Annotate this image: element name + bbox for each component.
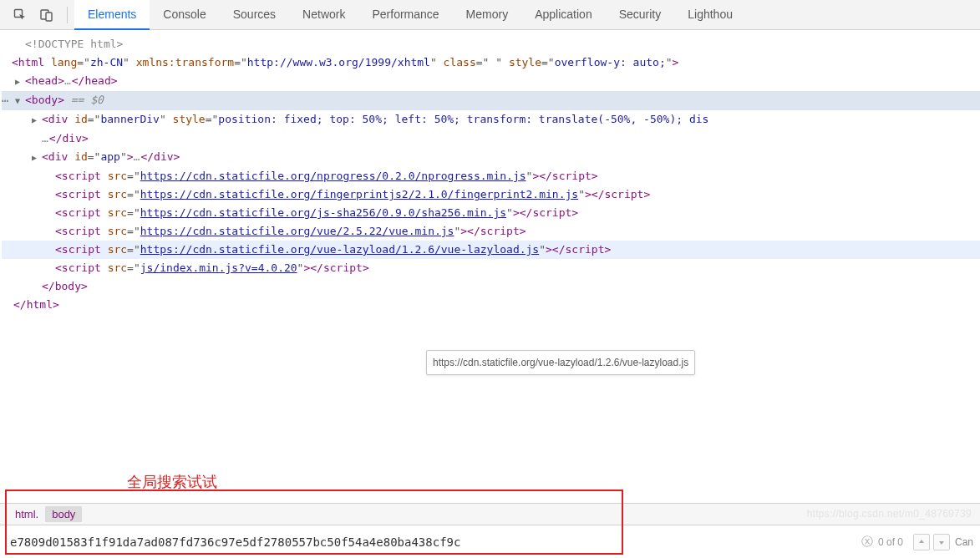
script-node[interactable]: <script src="https://cdn.staticfile.org/… (2, 185, 980, 204)
tab-console[interactable]: Console (150, 0, 219, 30)
expand-toggle-icon[interactable]: ▶ (15, 73, 23, 91)
prev-match-button[interactable] (913, 534, 930, 550)
doctype-node[interactable]: <!DOCTYPE html> (2, 35, 980, 53)
search-input[interactable] (7, 530, 855, 554)
breadcrumb-html[interactable]: html. (8, 506, 45, 522)
tab-memory[interactable]: Memory (453, 0, 522, 30)
expand-toggle-icon[interactable]: ▶ (32, 111, 40, 129)
script-node[interactable]: <script src="https://cdn.staticfile.org/… (2, 167, 980, 185)
tab-elements[interactable]: Elements (74, 0, 150, 30)
device-toggle-icon[interactable] (33, 3, 60, 27)
script-node[interactable]: <script src="js/index.min.js?v=4.0.20"><… (2, 259, 980, 277)
app-div-node[interactable]: ▶<div id="app">…</div> (2, 148, 980, 167)
close-search-button[interactable]: Can (955, 536, 973, 548)
devtools-toolbar: Elements Console Sources Network Perform… (0, 0, 980, 30)
tab-sources[interactable]: Sources (220, 0, 289, 30)
panel-tabs: Elements Console Sources Network Perform… (74, 0, 746, 30)
script-node[interactable]: <script src="https://cdn.staticfile.org/… (2, 204, 980, 222)
body-close-node[interactable]: </body> (2, 277, 980, 296)
tab-lighthouse[interactable]: Lighthou (674, 0, 746, 30)
script-node-hovered[interactable]: <script src="https://cdn.staticfile.org/… (2, 241, 980, 259)
tab-network[interactable]: Network (289, 0, 358, 30)
overflow-dots-icon[interactable]: ⋯ (2, 91, 9, 109)
inspect-element-icon[interactable] (7, 3, 33, 27)
expand-toggle-icon[interactable]: ▶ (32, 149, 40, 167)
script-node[interactable]: <script src="https://cdn.staticfile.org/… (2, 222, 980, 241)
svg-rect-2 (46, 13, 52, 21)
next-match-button[interactable] (933, 534, 950, 550)
search-status: ⓧ 0 of 0 (861, 535, 903, 550)
banner-div-node[interactable]: ▶<div id="bannerDiv" style="position: fi… (2, 110, 980, 129)
tab-performance[interactable]: Performance (358, 0, 452, 30)
tab-application[interactable]: Application (521, 0, 606, 30)
banner-div-close[interactable]: …</div> (2, 129, 980, 148)
link-tooltip: https://cdn.staticfile.org/vue-lazyload/… (426, 350, 695, 375)
collapse-toggle-icon[interactable]: ▼ (15, 92, 23, 110)
breadcrumb: html. body (0, 503, 980, 525)
find-bar: ⓧ 0 of 0 Can (0, 525, 980, 558)
html-close-node[interactable]: </html> (2, 296, 980, 314)
html-open-node[interactable]: <html lang="zh-CN" xmlns:transform="http… (2, 53, 980, 72)
body-open-node[interactable]: ⋯ ▼<body> == $0 (2, 91, 980, 110)
tab-security[interactable]: Security (606, 0, 675, 30)
user-annotation: 全局搜索试试 (127, 472, 217, 492)
clear-icon[interactable]: ⓧ (861, 535, 873, 550)
breadcrumb-body[interactable]: body (45, 506, 82, 522)
head-node[interactable]: ▶<head>…</head> (2, 72, 980, 91)
dom-tree[interactable]: <!DOCTYPE html> <html lang="zh-CN" xmlns… (0, 30, 980, 478)
